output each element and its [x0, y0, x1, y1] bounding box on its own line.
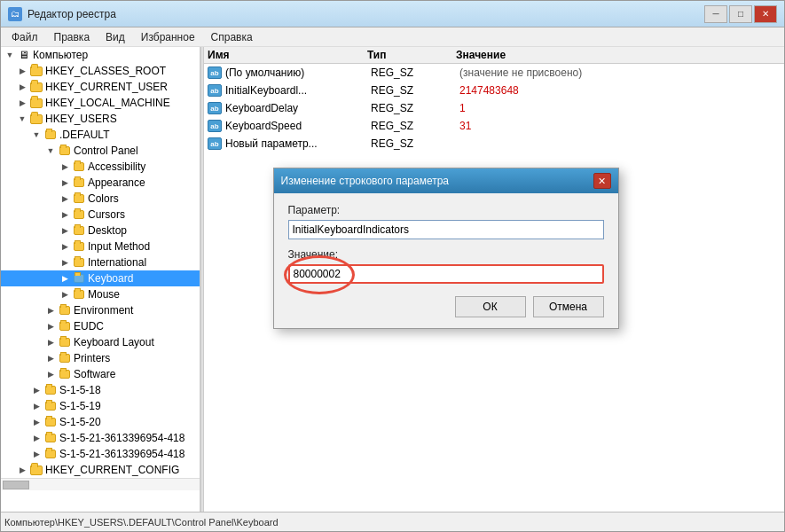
expander-cursors[interactable]: ▶: [58, 207, 72, 222]
menu-edit[interactable]: Правка: [47, 29, 98, 45]
reg-sz-icon: ab: [208, 137, 222, 150]
tree-node-desktop[interactable]: ▶ Desktop: [1, 223, 200, 239]
expander-hkcu[interactable]: ▶: [15, 80, 29, 94]
tree-scrollbar-thumb[interactable]: [3, 481, 29, 489]
status-bar: Компьютер\HKEY_USERS\.DEFAULT\Control Pa…: [1, 512, 784, 531]
cell-type-3: REG_SZ: [371, 120, 459, 132]
expander-eudc[interactable]: ▶: [43, 319, 58, 333]
expander-controlpanel[interactable]: ▼: [43, 144, 58, 158]
tree-node-keyboard[interactable]: ▶ Keyboard: [1, 270, 200, 286]
tree-node-s15213613b[interactable]: ▶ S-1-5-21-3613396954-418: [1, 446, 200, 462]
tree-node-s1518[interactable]: ▶ S-1-5-18: [1, 382, 200, 398]
menu-view[interactable]: Вид: [98, 29, 132, 45]
tree-node-inputmethod[interactable]: ▶ Input Method: [1, 239, 200, 254]
expander-colors[interactable]: ▶: [58, 192, 72, 206]
tree-node-default[interactable]: ▼ .DEFAULT: [1, 127, 200, 143]
tree-node-appearance[interactable]: ▶ Appearance: [1, 175, 200, 191]
expander-accessibility[interactable]: ▶: [58, 160, 72, 174]
folder-icon-mouse: [72, 288, 86, 301]
tree-node-accessibility[interactable]: ▶ Accessibility: [1, 159, 200, 175]
menu-favorites[interactable]: Избранное: [134, 29, 202, 45]
expander-appearance[interactable]: ▶: [58, 176, 72, 190]
folder-icon-s1520: [43, 416, 58, 428]
expander-software[interactable]: ▶: [43, 367, 58, 381]
folder-icon-hkcr: [29, 65, 43, 77]
tree-node-s1520[interactable]: ▶ S-1-5-20: [1, 414, 200, 430]
expander-hku[interactable]: ▼: [15, 112, 29, 126]
folder-icon-hkcu: [29, 81, 43, 93]
col-header-type: Тип: [367, 49, 456, 61]
expander-keyboard[interactable]: ▶: [58, 271, 72, 286]
expander-keyboardlayout[interactable]: ▶: [43, 335, 58, 349]
expander-s1518[interactable]: ▶: [29, 383, 43, 397]
menu-file[interactable]: Файл: [4, 29, 45, 45]
tree-node-software[interactable]: ▶ Software: [1, 366, 200, 382]
expander-hkcc[interactable]: ▶: [15, 463, 29, 477]
folder-icon-appearance: [72, 176, 86, 189]
tree-node-hkcu[interactable]: ▶ HKEY_CURRENT_USER: [1, 79, 200, 95]
close-button[interactable]: ✕: [754, 5, 777, 23]
expander-s15213613b[interactable]: ▶: [29, 447, 43, 461]
tree-scrollbar-h[interactable]: [1, 478, 200, 490]
tree-node-hkcr[interactable]: ▶ HKEY_CLASSES_ROOT: [1, 63, 200, 79]
tree-node-hkcc[interactable]: ▶ HKEY_CURRENT_CONFIG: [1, 462, 200, 478]
tree-node-cursors[interactable]: ▶ Cursors: [1, 207, 200, 223]
tree-node-environment[interactable]: ▶ Environment: [1, 302, 200, 318]
tree-node-controlpanel[interactable]: ▼ Control Panel: [1, 143, 200, 159]
tree-node-keyboardlayout[interactable]: ▶ Keyboard Layout: [1, 334, 200, 350]
menu-help[interactable]: Справка: [204, 29, 260, 45]
cell-type-0: REG_SZ: [371, 66, 459, 79]
value-input[interactable]: [288, 264, 604, 284]
folder-icon-hkcc: [29, 464, 43, 476]
cell-value-2: 1: [459, 102, 781, 114]
tree-panel[interactable]: ▼ 🖥 Компьютер ▶ HKEY_CLASSES_ROOT ▶ HKEY…: [1, 47, 200, 512]
expander-printers[interactable]: ▶: [43, 351, 58, 365]
expander-international[interactable]: ▶: [58, 255, 72, 270]
tree-node-hklm[interactable]: ▶ HKEY_LOCAL_MACHINE: [1, 95, 200, 111]
expander-desktop[interactable]: ▶: [58, 223, 72, 238]
reg-sz-icon: ab: [208, 102, 222, 114]
tree-node-s15213613a[interactable]: ▶ S-1-5-21-3613396954-418: [1, 430, 200, 446]
ok-button[interactable]: ОК: [455, 296, 526, 317]
cell-value-0: (значение не присвоено): [459, 66, 781, 79]
title-bar: 🗂 Редактор реестра ─ □ ✕: [1, 1, 784, 27]
tree-node-computer[interactable]: ▼ 🖥 Компьютер: [1, 47, 200, 63]
folder-icon-eudc: [58, 320, 72, 332]
maximize-button[interactable]: □: [729, 5, 752, 23]
tree-node-s1519[interactable]: ▶ S-1-5-19: [1, 398, 200, 414]
cell-value-1: 2147483648: [459, 84, 781, 97]
expander-hklm[interactable]: ▶: [15, 96, 29, 110]
table-row[interactable]: ab KeyboardSpeed REG_SZ 31: [204, 117, 784, 135]
param-input[interactable]: [288, 220, 604, 239]
dialog-close-button[interactable]: ✕: [593, 173, 611, 189]
expander-computer[interactable]: ▼: [3, 48, 17, 62]
cell-value-3: 31: [459, 120, 781, 132]
table-header: Имя Тип Значение: [204, 47, 784, 64]
expander-mouse[interactable]: ▶: [58, 287, 72, 301]
tree-node-international[interactable]: ▶ International: [1, 254, 200, 270]
table-row[interactable]: ab Новый параметр... REG_SZ: [204, 135, 784, 153]
folder-icon-controlpanel: [58, 145, 72, 157]
expander-inputmethod[interactable]: ▶: [58, 239, 72, 254]
table-row[interactable]: ab InitialKeyboardl... REG_SZ 2147483648: [204, 82, 784, 99]
cell-type-1: REG_SZ: [371, 84, 459, 97]
tree-node-hku[interactable]: ▼ HKEY_USERS: [1, 111, 200, 127]
tree-node-eudc[interactable]: ▶ EUDC: [1, 318, 200, 334]
minimize-button[interactable]: ─: [704, 5, 727, 23]
expander-environment[interactable]: ▶: [43, 303, 58, 317]
folder-icon-keyboard: [72, 272, 86, 285]
expander-default[interactable]: ▼: [29, 128, 43, 142]
expander-s1519[interactable]: ▶: [29, 399, 43, 413]
expander-hkcr[interactable]: ▶: [15, 64, 29, 78]
tree-node-printers[interactable]: ▶ Printers: [1, 350, 200, 366]
expander-s15213613a[interactable]: ▶: [29, 431, 43, 445]
menu-bar: Файл Правка Вид Избранное Справка: [1, 27, 784, 47]
tree-node-mouse[interactable]: ▶ Mouse: [1, 286, 200, 302]
table-row[interactable]: ab (По умолчанию) REG_SZ (значение не пр…: [204, 64, 784, 82]
table-row[interactable]: ab KeyboardDelay REG_SZ 1: [204, 99, 784, 117]
cancel-button[interactable]: Отмена: [533, 296, 604, 317]
dialog-body: Параметр: Значение: ОК Отмена: [274, 193, 618, 328]
expander-s1520[interactable]: ▶: [29, 415, 43, 429]
tree-node-colors[interactable]: ▶ Colors: [1, 191, 200, 207]
reg-sz-icon: ab: [208, 84, 222, 97]
